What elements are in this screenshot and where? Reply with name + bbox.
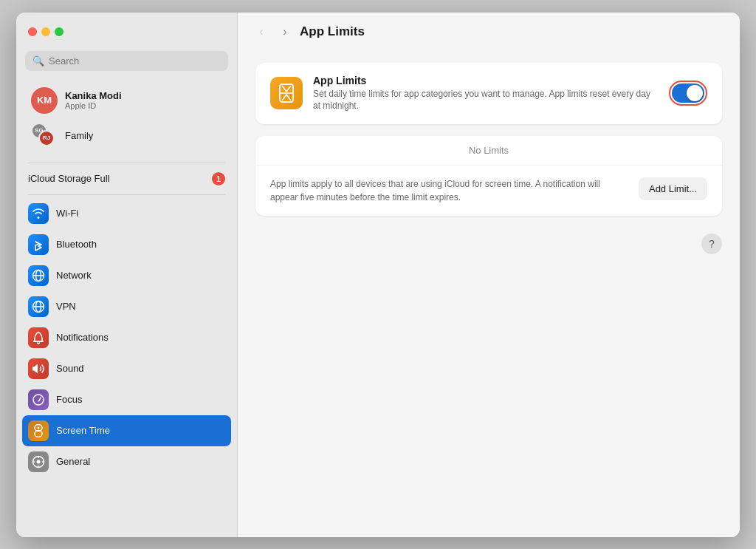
family-item[interactable]: SG RJ Family [25, 118, 228, 154]
traffic-lights [28, 27, 63, 36]
no-limits-text: App limits apply to all devices that are… [270, 177, 627, 204]
search-icon: 🔍 [32, 55, 44, 67]
back-button[interactable]: ‹ [252, 23, 270, 41]
no-limits-card: No Limits App limits apply to all device… [255, 136, 722, 216]
app-limits-card: App Limits Set daily time limits for app… [255, 63, 722, 125]
user-subtitle: Apple ID [65, 101, 122, 110]
sidebar-item-label-general: General [56, 456, 90, 467]
sidebar-item-screen-time[interactable]: Screen Time [22, 415, 231, 446]
toggle-wrapper [669, 81, 707, 106]
svg-point-12 [37, 460, 41, 463]
sidebar-item-label-vpn: VPN [56, 301, 76, 312]
icloud-row[interactable]: iCloud Storage Full 1 [22, 166, 231, 191]
bluetooth-icon [28, 234, 49, 255]
sidebar-item-wifi[interactable]: Wi-Fi [22, 198, 231, 229]
avatar: KM [31, 87, 58, 114]
user-name: Kanika Modi [65, 90, 122, 101]
wifi-icon [28, 203, 49, 224]
close-button[interactable] [28, 27, 37, 36]
app-limits-toggle[interactable] [672, 83, 704, 103]
screen-time-icon [28, 420, 49, 441]
icloud-label: iCloud Storage Full [28, 173, 110, 184]
forward-button[interactable]: › [276, 23, 294, 41]
main-window: 🔍 KM Kanika Modi Apple ID SG RJ Fami [16, 13, 740, 537]
sidebar-item-sound[interactable]: Sound [22, 353, 231, 384]
divider-2 [28, 194, 225, 195]
sidebar-item-notifications[interactable]: Notifications [22, 322, 231, 353]
no-limits-body: App limits apply to all devices that are… [255, 166, 722, 216]
icloud-badge: 1 [212, 172, 225, 185]
sidebar-item-label-screen-time: Screen Time [56, 425, 110, 436]
sidebar-content: KM Kanika Modi Apple ID SG RJ Family iCl… [16, 80, 237, 537]
sidebar-item-label-sound: Sound [56, 363, 84, 374]
main-body: App Limits Set daily time limits for app… [238, 51, 740, 537]
user-profile-item[interactable]: KM Kanika Modi Apple ID [25, 83, 228, 118]
search-bar[interactable]: 🔍 [25, 51, 228, 71]
sidebar-item-label-focus: Focus [56, 394, 82, 405]
vpn-icon [28, 296, 49, 317]
notifications-icon [28, 327, 49, 348]
family-avatar-rj: RJ [38, 130, 55, 146]
sidebar-item-label-wifi: Wi-Fi [56, 208, 78, 219]
app-limits-description: Set daily time limits for app categories… [313, 88, 659, 113]
maximize-button[interactable] [55, 27, 63, 36]
family-avatars: SG RJ [31, 123, 58, 149]
main-content: ‹ › App Limits [238, 13, 740, 537]
sidebar-item-focus[interactable]: Focus [22, 384, 231, 415]
main-header: ‹ › App Limits [238, 13, 740, 51]
sidebar-item-general[interactable]: General [22, 446, 231, 477]
sidebar-item-network[interactable]: Network [22, 260, 231, 291]
sidebar: 🔍 KM Kanika Modi Apple ID SG RJ Fami [16, 13, 238, 537]
network-icon [28, 265, 49, 286]
page-title: App Limits [300, 24, 365, 39]
divider-1 [28, 163, 225, 163]
sidebar-item-label-notifications: Notifications [56, 332, 109, 343]
no-limits-header: No Limits [255, 136, 722, 166]
general-icon [28, 451, 49, 472]
sidebar-item-label-network: Network [56, 270, 92, 281]
sidebar-item-vpn[interactable]: VPN [22, 291, 231, 322]
title-bar [16, 13, 237, 51]
app-limits-info: App Limits Set daily time limits for app… [313, 75, 659, 113]
sound-icon [28, 358, 49, 379]
minimize-button[interactable] [41, 27, 50, 36]
user-info: Kanika Modi Apple ID [65, 90, 122, 110]
toggle-knob [687, 85, 703, 101]
svg-point-10 [38, 426, 40, 429]
svg-line-9 [37, 430, 41, 431]
user-section: KM Kanika Modi Apple ID SG RJ Family [22, 80, 231, 160]
search-input[interactable] [49, 55, 221, 67]
sidebar-item-bluetooth[interactable]: Bluetooth [22, 229, 231, 260]
app-limits-icon [270, 77, 303, 109]
sidebar-item-label-bluetooth: Bluetooth [56, 239, 97, 250]
focus-icon [28, 389, 49, 410]
help-button[interactable]: ? [701, 233, 722, 254]
app-limits-row: App Limits Set daily time limits for app… [270, 75, 707, 113]
add-limit-button[interactable]: Add Limit... [639, 177, 707, 200]
app-limits-title: App Limits [313, 75, 659, 86]
family-label: Family [65, 130, 93, 141]
